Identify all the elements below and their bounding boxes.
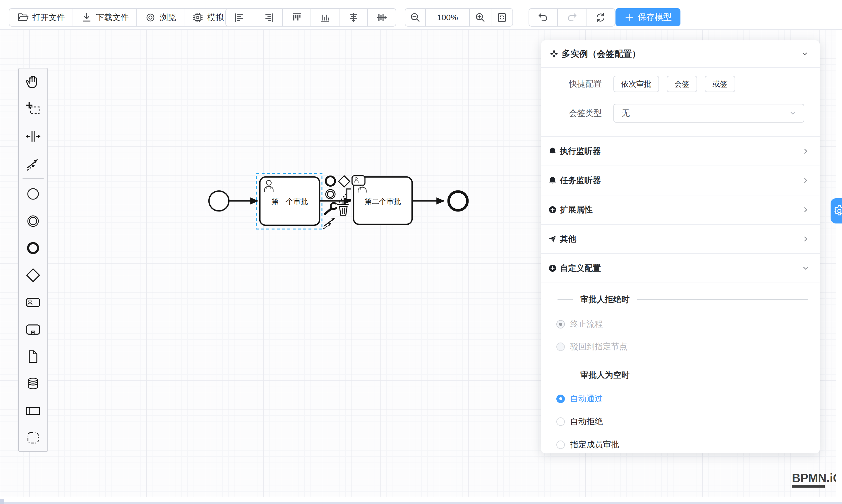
settings-toggle-tab[interactable] — [830, 198, 842, 223]
hand-tool[interactable] — [19, 69, 48, 96]
create-subprocess[interactable] — [19, 316, 48, 343]
send-icon — [548, 235, 557, 244]
sign-type-label: 会签类型 — [541, 108, 602, 119]
data-store-icon — [25, 375, 41, 392]
create-participant[interactable] — [19, 397, 48, 425]
reset-button[interactable] — [586, 8, 615, 26]
user-task-1[interactable]: 第一个审批 — [260, 177, 320, 225]
create-gateway[interactable] — [19, 262, 48, 289]
shape-palette — [18, 68, 48, 452]
append-gateway-icon[interactable] — [339, 176, 350, 187]
save-model-button[interactable]: 保存模型 — [615, 8, 681, 26]
folder-open-icon — [17, 12, 29, 23]
align-middle-vertical-button[interactable] — [367, 8, 396, 26]
end-event-icon — [25, 240, 41, 256]
task1-label: 第一个审批 — [271, 197, 308, 205]
radio-auto-reject[interactable]: 自动拒绝 — [541, 416, 820, 427]
radio-icon — [556, 320, 565, 328]
scrollbar-corner — [0, 499, 4, 504]
append-text-annotation-icon[interactable] — [337, 189, 351, 205]
section-custom-config[interactable]: 自定义配置 — [541, 254, 820, 283]
reject-group-title: 审批人拒绝时 — [580, 294, 630, 305]
hand-icon — [24, 73, 41, 90]
download-file-button[interactable]: 下载文件 — [73, 8, 137, 26]
append-task-icon-overlay[interactable] — [352, 176, 365, 185]
undo-icon — [537, 12, 549, 23]
create-user-task[interactable] — [19, 289, 48, 316]
space-tool[interactable] — [19, 123, 48, 150]
radio-label: 指定成员审批 — [570, 439, 619, 450]
bpmn-io-logo[interactable]: BPMN.iO — [792, 472, 842, 488]
align-bottom-button[interactable] — [311, 8, 339, 26]
end-event[interactable] — [449, 192, 468, 210]
vertical-scrollbar[interactable] — [836, 29, 842, 504]
align-left-button[interactable] — [225, 8, 254, 26]
align-right-button[interactable] — [254, 8, 283, 26]
history-button-group — [529, 8, 615, 26]
section-extended-properties[interactable]: 扩展属性 — [541, 195, 820, 224]
wrench-icon[interactable] — [325, 203, 336, 214]
quick-option-countersign[interactable]: 会签 — [667, 76, 697, 92]
radio-terminate-process[interactable]: 终止流程 — [541, 318, 820, 330]
download-icon — [81, 12, 92, 23]
section-task-listener[interactable]: 任务监听器 — [541, 166, 820, 195]
create-group[interactable] — [19, 424, 48, 451]
chevron-right-icon — [802, 176, 810, 184]
sign-type-row: 会签类型 无 — [541, 103, 820, 123]
chevron-down-icon — [788, 109, 797, 118]
data-object-icon — [25, 348, 41, 365]
create-end-event[interactable] — [19, 235, 48, 262]
align-top-button[interactable] — [282, 8, 311, 26]
undo-button[interactable] — [529, 8, 558, 26]
lasso-tool[interactable] — [19, 96, 48, 123]
chevron-right-icon — [802, 205, 810, 214]
panel-title: 多实例（会签配置） — [562, 48, 801, 60]
section-other[interactable]: 其他 — [541, 224, 820, 253]
create-start-event[interactable] — [19, 180, 48, 208]
section-execution-listener[interactable]: 执行监听器 — [541, 137, 820, 165]
preview-button[interactable]: 浏览 — [136, 8, 185, 26]
zoom-out-button[interactable] — [405, 8, 426, 26]
radio-auto-pass[interactable]: 自动通过 — [541, 393, 820, 404]
append-end-event-icon[interactable] — [326, 176, 335, 186]
simulate-button[interactable]: 模拟 — [184, 8, 232, 26]
trash-icon[interactable] — [338, 203, 348, 215]
align-center-horizontal-button[interactable] — [339, 8, 368, 26]
align-center-horizontal-icon — [348, 12, 359, 23]
redo-button[interactable] — [557, 8, 586, 26]
quick-option-orsign[interactable]: 或签 — [705, 76, 735, 92]
group-icon — [25, 430, 41, 446]
chevron-down-icon[interactable] — [801, 50, 809, 58]
connect-tool-icon — [24, 155, 41, 172]
radio-icon — [556, 440, 565, 449]
section-label: 任务监听器 — [560, 175, 802, 186]
zoom-level[interactable]: 100% — [425, 8, 470, 26]
append-intermediate-event-icon[interactable] — [326, 190, 335, 199]
eye-icon — [144, 12, 156, 23]
align-right-icon — [263, 12, 274, 23]
sign-type-select[interactable]: 无 — [613, 104, 804, 123]
global-connect-tool[interactable] — [19, 150, 48, 177]
panel-header[interactable]: 多实例（会签配置） — [541, 40, 820, 68]
section-label: 其他 — [560, 233, 802, 245]
plus-circle-icon — [548, 264, 557, 273]
open-file-button[interactable]: 打开文件 — [9, 8, 73, 26]
zoom-in-button[interactable] — [469, 8, 491, 26]
logo-text: BPMN.iO — [792, 472, 842, 484]
create-data-object[interactable] — [19, 343, 48, 370]
radio-assign-member[interactable]: 指定成员审批 — [541, 439, 820, 450]
simulate-label: 模拟 — [207, 12, 224, 23]
zoom-fit-button[interactable] — [491, 8, 513, 26]
radio-icon — [556, 417, 565, 426]
create-data-store[interactable] — [19, 370, 48, 397]
quick-option-sequential[interactable]: 依次审批 — [613, 76, 659, 92]
start-event[interactable] — [209, 191, 229, 211]
refresh-icon — [595, 12, 607, 23]
horizontal-scrollbar-thumb[interactable] — [4, 502, 842, 504]
radio-return-to-node[interactable]: 驳回到指定节点 — [541, 341, 820, 353]
create-intermediate-event[interactable] — [19, 208, 48, 235]
align-top-icon — [291, 12, 303, 23]
divider — [637, 375, 808, 375]
zoom-level-value: 100% — [437, 13, 458, 22]
connect-icon[interactable] — [323, 218, 335, 229]
